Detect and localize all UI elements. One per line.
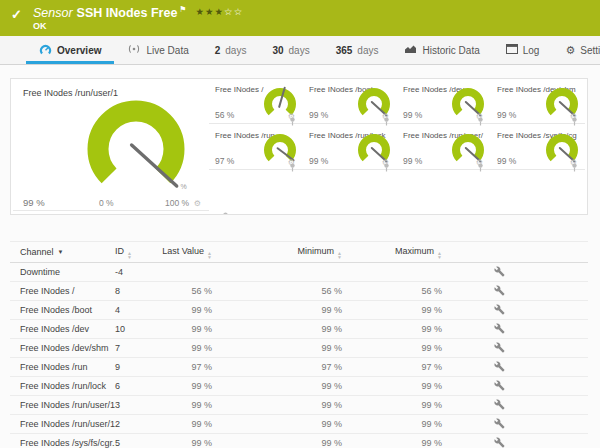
cell-channel: Free INodes /run/user/1 xyxy=(10,400,115,410)
tab-30-days[interactable]: 30days xyxy=(259,36,322,64)
table-row[interactable]: Free INodes /run/lock699 %99 %99 % xyxy=(10,377,588,396)
cell-last-value: 56 % xyxy=(162,286,224,296)
table-row[interactable]: Free INodes /run/user/1299 %99 %99 % xyxy=(10,415,588,434)
cell-minimum: 99 % xyxy=(224,343,354,353)
cell-id: 4 xyxy=(115,305,162,315)
flag-icon[interactable]: ⚑ xyxy=(179,5,186,14)
tab-label: days xyxy=(357,45,378,56)
primary-gauge-tile[interactable]: Free INodes /run/user/1 99 % 0 % 100 % ⚙… xyxy=(13,81,209,211)
cell-minimum: 56 % xyxy=(224,286,354,296)
cell-minimum: 99 % xyxy=(224,400,354,410)
cell-minimum: 99 % xyxy=(224,324,354,334)
gauge-value: 56 % xyxy=(215,110,234,120)
table-header-row: Channel▼ID▲▼Last Value▲▼Minimum▲▼Maximum… xyxy=(10,242,588,263)
column-header-id[interactable]: ID▲▼ xyxy=(115,246,162,259)
page-title: SSH INodes Free xyxy=(77,6,178,20)
gauge-tile[interactable]: Free INodes /run 97 %⚙ xyxy=(209,127,303,170)
log-icon xyxy=(506,44,518,56)
wrench-icon[interactable] xyxy=(494,342,505,353)
column-header-maximum[interactable]: Maximum▲▼ xyxy=(354,246,454,259)
table-row[interactable]: Free INodes /run/user/1399 %99 %99 % xyxy=(10,396,588,415)
sort-icon: ▲▼ xyxy=(207,251,212,259)
cell-channel: Free INodes /run/lock xyxy=(10,381,115,391)
tile-actions: ⚙ xyxy=(288,159,298,167)
star-filled-icon[interactable]: ★ xyxy=(205,6,215,17)
gear-icon: ⚙ xyxy=(565,45,575,56)
tab-365-days[interactable]: 365days xyxy=(323,36,392,64)
gauge-tile[interactable]: Free INodes /dev/shm 99 %⚙ xyxy=(491,81,585,124)
wrench-icon[interactable] xyxy=(494,266,505,277)
tab-label: Historic Data xyxy=(422,45,479,56)
tile-actions: ⚙ xyxy=(382,113,392,121)
gauge-tile[interactable]: Free INodes /run/lock 99 %⚙ xyxy=(303,127,397,170)
cell-minimum: 99 % xyxy=(224,381,354,391)
cell-channel: Free INodes /run/user/1 xyxy=(10,419,115,429)
cell-id: 10 xyxy=(115,324,162,334)
cell-id: 8 xyxy=(115,286,162,296)
tab-number: 2 xyxy=(215,45,221,56)
cell-maximum: 99 % xyxy=(354,324,454,334)
tab-historic-data[interactable]: Historic Data xyxy=(391,36,492,64)
gauge-value: 99 % xyxy=(309,156,328,166)
priority-stars[interactable]: ★★★☆☆ xyxy=(196,6,244,17)
cell-channel: Free INodes /dev xyxy=(10,324,115,334)
channel-table: Channel▼ID▲▼Last Value▲▼Minimum▲▼Maximum… xyxy=(10,241,588,448)
wrench-icon[interactable] xyxy=(494,304,505,315)
tile-actions: ⚙ xyxy=(288,113,298,121)
sort-icon: ▲▼ xyxy=(437,251,442,259)
column-header-channel[interactable]: Channel▼ xyxy=(10,247,115,257)
column-header-last-value[interactable]: Last Value▲▼ xyxy=(162,246,224,259)
gauge-tile[interactable]: Free INodes /run/user/ 99 %⚙ xyxy=(397,127,491,170)
wrench-icon[interactable] xyxy=(494,437,505,448)
gauge-tile[interactable]: Free INodes / 56 %⚙ xyxy=(209,81,303,124)
tab-overview[interactable]: Overview xyxy=(26,36,114,64)
tile-actions: ⚙ xyxy=(382,159,392,167)
table-row[interactable]: Free INodes /dev/shm799 %99 %99 % xyxy=(10,339,588,358)
cell-last-value: 99 % xyxy=(162,343,224,353)
chart-icon xyxy=(404,44,417,56)
tab-log[interactable]: Log xyxy=(493,36,553,64)
cell-maximum: 56 % xyxy=(354,286,454,296)
cell-id: 7 xyxy=(115,343,162,353)
cell-channel: Free INodes /run xyxy=(10,362,115,372)
status-badge: OK xyxy=(33,21,47,31)
tab-number: 365 xyxy=(336,45,353,56)
table-row[interactable]: Free INodes /run997 %97 %97 % xyxy=(10,358,588,377)
table-row[interactable]: Free INodes /boot499 %99 %99 % xyxy=(10,301,588,320)
wrench-icon[interactable] xyxy=(494,399,505,410)
cell-id: 6 xyxy=(115,381,162,391)
star-filled-icon[interactable]: ★ xyxy=(215,6,225,17)
tab-live-data[interactable]: Live Data xyxy=(114,36,201,64)
wrench-icon[interactable] xyxy=(494,418,505,429)
tab-settings[interactable]: ⚙Settings xyxy=(552,36,600,64)
cell-last-value: 99 % xyxy=(162,324,224,334)
tab-2-days[interactable]: 2days xyxy=(202,36,260,64)
column-header-minimum[interactable]: Minimum▲▼ xyxy=(224,246,354,259)
wrench-icon[interactable] xyxy=(494,285,505,296)
cell-id: 3 xyxy=(115,400,162,410)
cell-last-value: 99 % xyxy=(162,381,224,391)
tab-label: Settings xyxy=(580,45,600,56)
gauge-tile[interactable]: Free INodes /boot 99 %⚙ xyxy=(303,81,397,124)
star-filled-icon[interactable]: ★ xyxy=(196,6,206,17)
status-check-icon: ✓ xyxy=(11,7,22,22)
cell-channel: Free INodes /dev/shm xyxy=(10,343,115,353)
tile-actions: ⚙ xyxy=(570,113,580,121)
table-row[interactable]: Downtime-4 xyxy=(10,263,588,282)
gauge-tile[interactable]: Free INodes /dev 99 %⚙ xyxy=(397,81,491,124)
star-empty-icon[interactable]: ☆ xyxy=(234,6,244,17)
wrench-icon[interactable] xyxy=(494,380,505,391)
wrench-icon[interactable] xyxy=(494,323,505,334)
cell-last-value: 99 % xyxy=(162,305,224,315)
table-row[interactable]: Free INodes /sys/fs/cgr...599 %99 %99 % xyxy=(10,434,588,448)
gauge-value: 99 % xyxy=(497,156,516,166)
wrench-icon[interactable] xyxy=(494,361,505,372)
cell-id: 2 xyxy=(115,419,162,429)
gauge-tile[interactable]: Free INodes /sys/fs/cg 99 %⚙ xyxy=(491,127,585,170)
cell-minimum: 99 % xyxy=(224,305,354,315)
star-empty-icon[interactable]: ☆ xyxy=(224,6,234,17)
table-row[interactable]: Free INodes /dev1099 %99 %99 % xyxy=(10,320,588,339)
cell-maximum: 99 % xyxy=(354,438,454,448)
cell-id: -4 xyxy=(115,267,162,277)
table-row[interactable]: Free INodes /856 %56 %56 % xyxy=(10,282,588,301)
